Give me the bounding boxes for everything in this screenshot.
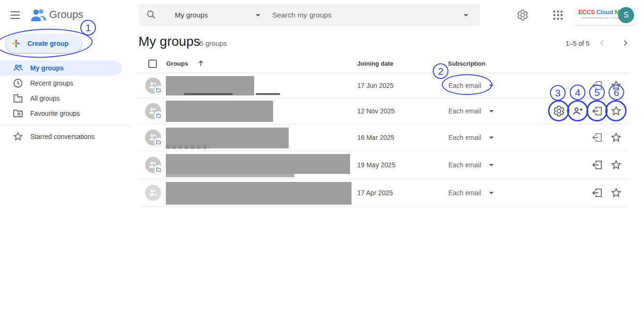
search-bar[interactable]: My groups bbox=[138, 4, 480, 26]
sort-ascending-icon[interactable] bbox=[196, 59, 206, 68]
redacted-group-name bbox=[166, 174, 294, 177]
organization-badge-icon bbox=[154, 165, 163, 174]
subscription-dropdown[interactable]: Each email bbox=[448, 82, 481, 89]
organization-badge-icon bbox=[154, 111, 163, 120]
column-header-groups[interactable]: Groups bbox=[166, 60, 188, 67]
hamburger-menu-icon[interactable] bbox=[9, 10, 21, 20]
groups-logo-icon bbox=[29, 6, 47, 24]
settings-gear-icon[interactable] bbox=[516, 9, 529, 21]
sidebar-item-label: Recent groups bbox=[30, 79, 73, 87]
sidebar-item-label: All groups bbox=[30, 95, 60, 102]
column-header-joining-date: Joining date bbox=[357, 60, 394, 67]
joining-date: 17 Jun 2025 bbox=[357, 82, 394, 89]
annotation-number-1: 1 bbox=[80, 20, 96, 35]
leave-group-button[interactable] bbox=[591, 105, 603, 117]
apps-grid-icon[interactable] bbox=[552, 9, 564, 21]
building-icon bbox=[12, 93, 24, 104]
redacted-group-name bbox=[166, 101, 273, 122]
subscription-dropdown[interactable]: Each email bbox=[448, 161, 481, 169]
search-options-caret-icon[interactable] bbox=[464, 14, 468, 17]
subscription-caret-icon[interactable] bbox=[489, 137, 494, 139]
sidebar-divider bbox=[0, 125, 131, 125]
sidebar-item-recent-groups[interactable]: Recent groups bbox=[0, 76, 122, 91]
sidebar-item-all-groups[interactable]: All groups bbox=[0, 91, 122, 106]
search-icon bbox=[146, 9, 156, 20]
star-group-button[interactable] bbox=[610, 131, 622, 144]
subscription-caret-icon[interactable] bbox=[489, 85, 494, 87]
star-group-button[interactable] bbox=[610, 105, 622, 117]
org-logo-word2: Cloud bbox=[596, 9, 613, 16]
previous-page-chevron-icon[interactable] bbox=[598, 38, 607, 48]
org-logo-tagline: Information Technology Center, The Unive… bbox=[582, 16, 618, 18]
sidebar-item-label: Starred conversations bbox=[30, 133, 94, 140]
subscription-dropdown[interactable]: Each email bbox=[448, 107, 481, 115]
group-avatar bbox=[145, 185, 161, 201]
next-page-chevron-icon[interactable] bbox=[620, 38, 630, 48]
clock-icon bbox=[12, 78, 24, 89]
table-row[interactable]: 16 Mar 2025 Each email bbox=[138, 124, 629, 151]
redacted-group-name bbox=[166, 154, 350, 174]
org-logo: ECCS Cloud Mail Information Technology C… bbox=[578, 9, 621, 19]
page-title: My groups bbox=[138, 34, 200, 49]
people-icon bbox=[12, 62, 24, 74]
redacted-group-name bbox=[166, 76, 254, 95]
leave-group-button[interactable] bbox=[591, 187, 603, 199]
add-members-button[interactable] bbox=[572, 105, 584, 117]
table-row[interactable]: 17 Apr 2025 Each email bbox=[138, 179, 629, 207]
subscription-dropdown[interactable]: Each email bbox=[448, 189, 481, 197]
table-header: Groups Joining date Subscription bbox=[138, 54, 629, 73]
google-groups-page: Groups My groups ECCS Cloud Mail Informa… bbox=[0, 0, 644, 319]
star-icon bbox=[12, 131, 24, 142]
table-row[interactable]: 12 Nov 2025 Each email bbox=[138, 98, 629, 124]
create-group-label: Create group bbox=[27, 40, 69, 47]
column-header-subscription: Subscription bbox=[448, 60, 485, 67]
leave-group-button[interactable] bbox=[591, 159, 603, 171]
star-group-button[interactable] bbox=[610, 79, 622, 92]
sidebar-item-starred-conversations[interactable]: Starred conversations bbox=[0, 129, 122, 144]
create-group-button[interactable]: Create group bbox=[6, 34, 82, 53]
search-scope-dropdown[interactable]: My groups bbox=[175, 11, 208, 19]
folder-star-icon bbox=[12, 108, 24, 119]
org-logo-word1: ECCS bbox=[578, 9, 595, 16]
app-name: Groups bbox=[49, 9, 83, 21]
joining-date: 12 Nov 2025 bbox=[357, 107, 395, 115]
subscription-caret-icon[interactable] bbox=[489, 164, 494, 166]
leave-group-button[interactable] bbox=[591, 131, 603, 144]
table-row[interactable]: 17 Jun 2025 Each email bbox=[138, 73, 629, 98]
clipped-text-fragment bbox=[166, 145, 209, 149]
group-settings-button[interactable] bbox=[553, 105, 565, 117]
table-row[interactable]: 19 May 2025 Each email bbox=[138, 151, 629, 179]
pagination-range: 1–5 of 5 bbox=[566, 40, 590, 47]
scope-caret-icon[interactable] bbox=[256, 14, 260, 17]
account-avatar[interactable]: S bbox=[618, 7, 634, 23]
joining-date: 19 May 2025 bbox=[357, 161, 395, 169]
sidebar-item-favourite-groups[interactable]: Favourite groups bbox=[0, 106, 122, 121]
plus-icon bbox=[11, 39, 21, 48]
star-group-button[interactable] bbox=[610, 187, 622, 199]
joining-date: 17 Apr 2025 bbox=[357, 189, 393, 197]
select-all-checkbox[interactable] bbox=[148, 60, 157, 68]
subscription-caret-icon[interactable] bbox=[489, 192, 494, 194]
sidebar-item-label: My groups bbox=[30, 64, 64, 72]
organization-badge-icon bbox=[154, 138, 163, 147]
clipped-text-fragment bbox=[256, 93, 280, 95]
organization-badge-icon bbox=[154, 86, 163, 95]
search-input[interactable] bbox=[272, 8, 452, 22]
redacted-group-name bbox=[166, 182, 352, 205]
joining-date: 16 Mar 2025 bbox=[357, 134, 395, 141]
leave-group-button[interactable] bbox=[591, 79, 603, 92]
group-count: 5 groups bbox=[199, 39, 227, 47]
subscription-caret-icon[interactable] bbox=[489, 110, 494, 112]
sidebar-item-my-groups[interactable]: My groups bbox=[0, 60, 122, 76]
subscription-dropdown[interactable]: Each email bbox=[448, 134, 481, 141]
clipped-text-fragment bbox=[184, 93, 233, 95]
star-group-button[interactable] bbox=[610, 159, 622, 171]
sidebar-item-label: Favourite groups bbox=[30, 110, 80, 117]
